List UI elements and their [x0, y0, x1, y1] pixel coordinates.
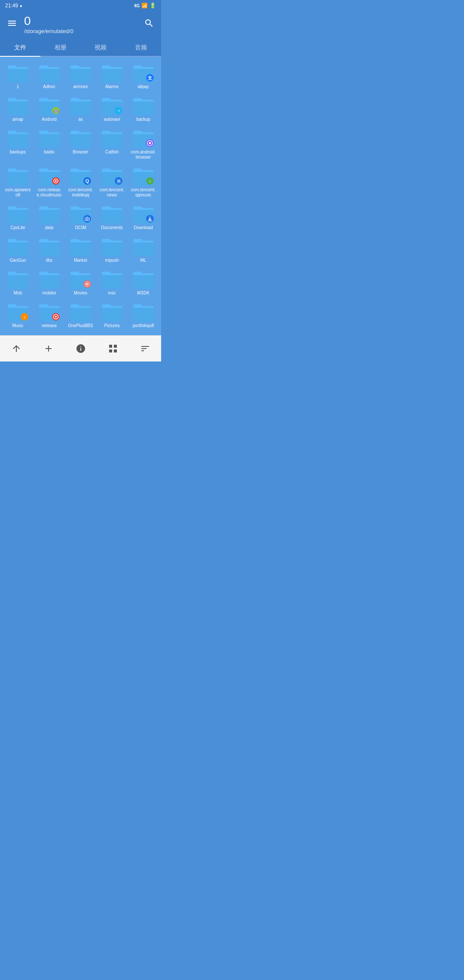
folder-item-baidu[interactable]: baidu	[34, 126, 64, 162]
folder-item-mipush[interactable]: mipush	[97, 235, 127, 266]
svg-text:↗: ↗	[117, 109, 120, 113]
folder-item-market[interactable]: Market	[65, 235, 96, 266]
folder-item-alipay[interactable]: 支alipay	[128, 61, 159, 92]
folder-item-airmore[interactable]: airmore	[65, 61, 96, 92]
folder-item-portfoliopdf[interactable]: portfoliopdf	[128, 300, 159, 331]
tab-albums[interactable]: 相册	[40, 40, 81, 56]
folder-item-alarms[interactable]: Alarms	[97, 61, 127, 92]
folder-icon	[101, 205, 123, 224]
folder-label: CpsLite	[11, 225, 25, 230]
folder-label: Market	[74, 258, 87, 263]
folder-item-com-tencent-mobileqq[interactable]: Qcom.tencent.mobileqq	[65, 164, 96, 200]
folder-badge: Q	[83, 177, 91, 185]
folder-label: Mob	[14, 291, 22, 296]
folder-item-com-netease-cloudmusic[interactable]: com.netease.cloudmusic	[34, 164, 64, 200]
folder-badge	[83, 215, 91, 223]
grid-button[interactable]	[104, 340, 122, 357]
folder-label: DCIM	[75, 225, 86, 230]
folder-icon	[70, 303, 92, 322]
svg-text:腾: 腾	[116, 179, 120, 184]
folder-icon	[7, 96, 29, 115]
folder-item-ganguo[interactable]: GanGuo	[3, 235, 33, 266]
folder-item-backups[interactable]: backups	[3, 126, 33, 162]
folder-item-mob[interactable]: Mob	[3, 267, 33, 298]
tab-videos[interactable]: 视频	[81, 40, 121, 56]
menu-button[interactable]	[5, 16, 19, 33]
folder-label: com.tencent.mobileqq	[68, 187, 94, 198]
folder-icon	[101, 270, 123, 289]
folder-label: airmore	[73, 84, 88, 89]
folder-badge: ♪	[21, 313, 28, 321]
folder-icon	[38, 64, 61, 83]
folder-item-android[interactable]: 🤖Android	[34, 94, 64, 125]
folder-label: backup	[136, 117, 150, 122]
folder-item-documents[interactable]: Documents	[97, 202, 127, 233]
folder-item-browser[interactable]: Browser	[65, 126, 96, 162]
folder-label: Music	[12, 323, 23, 328]
folder-item-mobike[interactable]: mobike	[34, 267, 64, 298]
folder-item-com-android-browser[interactable]: com.android.browser	[128, 126, 159, 162]
folder-item-com-tencent-qqmusic[interactable]: ♪com.tencent.qqmusic	[128, 164, 159, 200]
folder-label: Download	[134, 225, 153, 230]
tabs-bar: 文件 相册 视频 音频	[0, 40, 161, 57]
folder-item-backup[interactable]: backup	[128, 94, 159, 125]
folder-badge: ↗	[115, 107, 122, 114]
folder-item-libs[interactable]: libs	[34, 235, 64, 266]
svg-text:🤖: 🤖	[53, 108, 58, 113]
folder-icon	[70, 270, 92, 289]
tab-files[interactable]: 文件	[0, 40, 40, 56]
network-icon: 4G	[134, 3, 140, 8]
folder-label: com.android.browser	[131, 150, 156, 160]
folder-label: com.tencent.news	[99, 187, 125, 198]
folder-label: autonavi	[104, 117, 120, 122]
header-title-block: 0 /storage/emulated/0	[24, 15, 137, 34]
tab-audio[interactable]: 音频	[121, 40, 161, 56]
file-count: 0	[24, 15, 137, 28]
folder-icon: 🤖	[38, 96, 61, 115]
folder-icon: ♪	[7, 303, 29, 322]
folder-label: data	[45, 225, 53, 230]
folder-label: netease	[42, 323, 57, 328]
info-button[interactable]	[72, 340, 89, 357]
folder-item-adhoc[interactable]: Adhoc	[34, 61, 64, 92]
folder-item-pictures[interactable]: Pictures	[97, 300, 127, 331]
folder-icon: 腾	[101, 167, 123, 186]
folder-label: amap	[12, 117, 23, 122]
folder-item-com-tencent-news[interactable]: 腾com.tencent.news	[97, 164, 127, 200]
folder-icon	[7, 270, 29, 289]
folder-item-oneplusbbs[interactable]: OnePlusBBS	[65, 300, 96, 331]
folder-item-data[interactable]: data	[34, 202, 64, 233]
folder-item-music[interactable]: ♪Music	[3, 300, 33, 331]
add-button[interactable]	[40, 340, 57, 357]
folder-item-autonavi[interactable]: ↗autonavi	[97, 94, 127, 125]
folder-item-as[interactable]: as	[65, 94, 96, 125]
folder-item-amap[interactable]: amap	[3, 94, 33, 125]
folder-item-1[interactable]: 1	[3, 61, 33, 92]
folder-item-catfish[interactable]: Catfish	[97, 126, 127, 162]
folder-item-dcim[interactable]: DCIM	[65, 202, 96, 233]
header: 0 /storage/emulated/0	[0, 11, 161, 40]
folder-item-ml[interactable]: ML	[128, 235, 159, 266]
folder-item-movies[interactable]: Movies	[65, 267, 96, 298]
search-button[interactable]	[142, 16, 156, 33]
folder-item-msc[interactable]: msc	[97, 267, 127, 298]
folder-label: GanGuo	[10, 258, 26, 263]
svg-text:支: 支	[147, 76, 153, 80]
up-button[interactable]	[8, 340, 25, 357]
folder-badge	[146, 139, 154, 147]
folder-item-netease[interactable]: netease	[34, 300, 64, 331]
folder-label: Adhoc	[43, 84, 55, 89]
sort-button[interactable]	[137, 340, 154, 357]
folder-icon	[38, 270, 61, 289]
folder-item-msdk[interactable]: MSDK	[128, 267, 159, 298]
folder-item-cpslite[interactable]: CpsLite	[3, 202, 33, 233]
folder-label: OnePlusBBS	[68, 323, 93, 328]
bottom-bar	[0, 335, 161, 361]
folder-icon	[7, 64, 29, 83]
folder-icon	[132, 129, 155, 148]
svg-text:♪: ♪	[149, 179, 151, 184]
folder-item-download[interactable]: Download	[128, 202, 159, 233]
folder-icon	[132, 237, 155, 256]
folder-item-com-apowersoft[interactable]: com.apowersoft	[3, 164, 33, 200]
folder-icon	[132, 205, 155, 224]
